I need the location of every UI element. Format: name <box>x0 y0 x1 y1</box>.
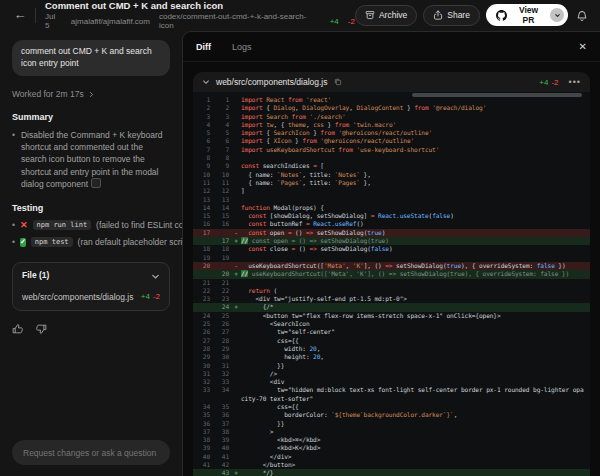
deletions-count: -2 <box>348 17 355 26</box>
diff-panel: Diff Logs ✕ web/src/components/dialog.js… <box>182 31 600 476</box>
diff-file-path: web/src/components/dialog.js <box>216 77 328 87</box>
summary-text: Disabled the Command + K keyboard shortc… <box>21 129 170 191</box>
diff-row: 3637 }} <box>193 420 590 428</box>
feedback-row <box>12 321 170 336</box>
share-icon <box>433 10 443 20</box>
chevron-down-icon <box>151 270 160 280</box>
diff-row: 2627 tw="self-center" <box>193 328 590 336</box>
more-options-icon[interactable]: ••• <box>565 77 581 87</box>
file-diff-header[interactable]: web/src/components/dialog.js +4 -2 ••• <box>193 72 590 92</box>
copy-icon[interactable] <box>334 78 342 86</box>
diff-row: 3435 css={{ <box>193 403 590 411</box>
diff-row: 3233 <div <box>193 378 590 386</box>
diff-row: 4142 </button> <box>193 461 590 469</box>
diff-row: 1616 const buttonRef = React.useRef() <box>193 220 590 228</box>
worked-for-toggle[interactable]: Worked for 2m 17s <box>12 89 170 99</box>
additions-count: +4 <box>330 17 339 26</box>
file-diff-counts: +4 -2 <box>141 292 160 301</box>
archive-button[interactable]: Archive <box>355 5 417 26</box>
files-card: File (1) web/src/components/dialog.js +4… <box>12 262 170 310</box>
fail-icon: ✕ <box>20 220 28 230</box>
top-header: ← Comment out CMD + K and search icon Ju… <box>0 0 600 30</box>
bullet-icon: • <box>12 129 15 191</box>
thumbs-up-button[interactable] <box>12 321 24 336</box>
diff-row: 1212] <box>193 187 590 195</box>
back-button[interactable]: ← <box>10 5 30 25</box>
tab-logs[interactable]: Logs <box>232 42 252 52</box>
diff-row: 33import Search from './search' <box>193 113 590 121</box>
file-diff-card: web/src/components/dialog.js +4 -2 ••• 1… <box>193 72 590 476</box>
diff-row: 3132 /> <box>193 370 590 378</box>
pass-icon: ✓ <box>20 238 26 247</box>
followup-input[interactable] <box>12 440 170 465</box>
diff-row: 24+ {/* <box>193 303 590 311</box>
diff-row: 2222 return ( <box>193 287 590 295</box>
conversation-sidebar: comment out CMD + K and search icon entr… <box>0 30 182 476</box>
diff-row: 2323 <div tw="justify-self-end pt-1.5 md… <box>193 295 590 303</box>
diff-row: 1414function Modal(props) { <box>193 204 590 212</box>
testing-heading: Testing <box>12 203 170 213</box>
branch-name: codex/comment-out-cmd-+-k-and-search-ico… <box>159 12 321 30</box>
diff-row: 1515 const [showDialog, setShowDialog] =… <box>193 212 590 220</box>
diff-row: 1818 const close = () => setShowDialog(f… <box>193 245 590 253</box>
test-row: • ✕ npm run lint (failed to find ESLint … <box>12 220 170 230</box>
file-path: web/src/components/dialog.js <box>22 292 134 302</box>
test-note: (ran default placeholder script) <box>78 237 193 247</box>
diff-row: 17- const open = () => setShowDialog(tru… <box>193 229 590 237</box>
view-pr-label: View PR <box>512 5 545 25</box>
notifications-bell-icon[interactable] <box>574 8 590 23</box>
bullet-icon: • <box>12 237 15 247</box>
diff-row: 20+// useKeyboardShortcut(['Meta', 'K'],… <box>193 270 590 278</box>
diff-row: 3536 borderColor: `${theme`backgroundCol… <box>193 411 590 419</box>
diff-row: 88 <box>193 154 590 162</box>
share-button[interactable]: Share <box>423 5 480 26</box>
repo-name: ajmalafif/ajmalafif.com <box>71 17 150 26</box>
diff-row: 2930 height: 20, <box>193 353 590 361</box>
close-icon[interactable]: ✕ <box>579 41 587 52</box>
diff-row: 3031 }} <box>193 362 590 370</box>
diff-code: 11import React from 'react'22import { Di… <box>193 92 590 476</box>
archive-label: Archive <box>379 10 407 20</box>
worked-for-label: Worked for 2m 17s <box>12 89 84 99</box>
diff-row: 20- useKeyboardShortcut(['Meta', 'K'], (… <box>193 262 590 270</box>
bullet-icon: • <box>12 220 15 230</box>
diff-row: 1919 <box>193 254 590 262</box>
diff-row: 4041 </div> <box>193 453 590 461</box>
diff-row: 2526 <SearchIcon <box>193 320 590 328</box>
tab-diff[interactable]: Diff <box>196 42 211 52</box>
header-actions: Archive Share View PR <box>355 4 590 26</box>
diff-row: 11import React from 'react' <box>193 96 590 104</box>
diff-row: 1313 <box>193 196 590 204</box>
diff-row: 66import { XIcon } from '@heroicons/reac… <box>193 137 590 145</box>
share-label: Share <box>447 10 470 20</box>
user-message-bubble: comment out CMD + K and search icon entr… <box>12 40 170 76</box>
summary-heading: Summary <box>12 112 170 122</box>
test-command: npm run lint <box>33 220 92 230</box>
diff-row: 3334 tw="hidden md:block text-xs font-li… <box>193 386 590 403</box>
file-list-item[interactable]: web/src/components/dialog.js +4 -2 <box>13 286 169 310</box>
horizontal-scrollbar[interactable] <box>412 93 582 97</box>
diff-row: 17+// const open = () => setShowDialog(t… <box>193 237 590 245</box>
app-window: ← Comment out CMD + K and search icon Ju… <box>0 0 600 476</box>
chevron-down-icon[interactable] <box>202 78 210 86</box>
view-pr-button[interactable]: View PR <box>486 4 568 26</box>
task-meta: Jul 5 ajmalafif/ajmalafif.com codex/comm… <box>45 12 355 30</box>
chevron-right-icon <box>88 89 95 99</box>
citation-icon[interactable] <box>91 178 101 188</box>
thumbs-down-button[interactable] <box>35 321 47 336</box>
summary-item: • Disabled the Command + K keyboard shor… <box>12 129 170 191</box>
diff-row: 2728 css={{ <box>193 337 590 345</box>
diff-row: 1111 { name: `Pages`, title: `Pages` }, <box>193 179 590 187</box>
view-pr-dropdown[interactable] <box>550 8 564 22</box>
task-title-block: Comment out CMD + K and search icon Jul … <box>45 0 355 30</box>
diff-row: 22import { Dialog, DialogOverlay, Dialog… <box>193 104 590 112</box>
files-card-title: File (1) <box>22 270 49 280</box>
diff-row: 43+ */} <box>193 469 590 476</box>
task-date: Jul 5 <box>45 12 62 30</box>
github-icon <box>496 9 507 20</box>
diff-row: 99const searchIndices = [ <box>193 162 590 170</box>
diff-row: 55import { SearchIcon } from '@heroicons… <box>193 129 590 137</box>
diff-row: 3940 <kbd>K</kbd> <box>193 444 590 452</box>
diff-row: 1010 { name: `Notes`, title: `Notes` }, <box>193 171 590 179</box>
files-card-header[interactable]: File (1) <box>13 263 169 285</box>
